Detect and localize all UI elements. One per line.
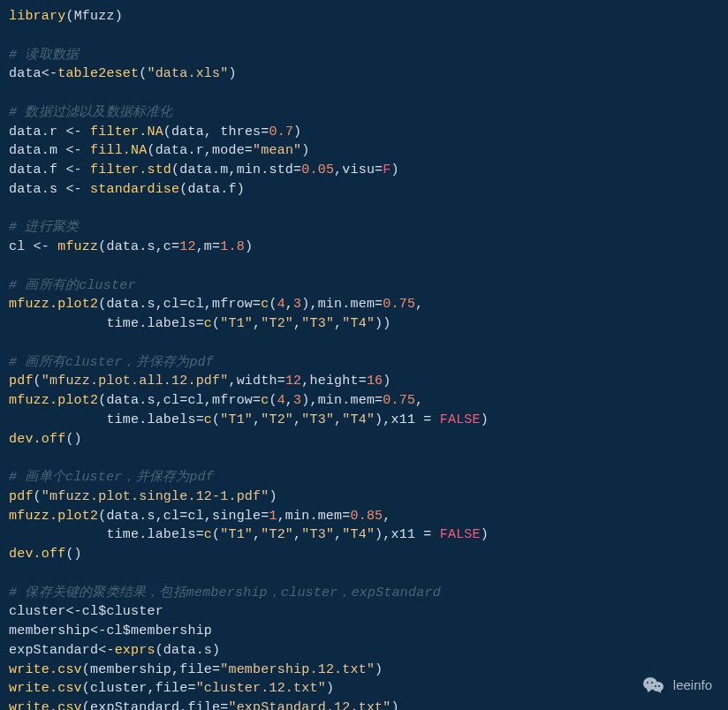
token-num: 4 — [277, 297, 285, 312]
code-line: data.r <- filter.NA(data, thres=0.7) — [9, 123, 719, 142]
code-line: # 画所有cluster，并保存为pdf — [9, 353, 719, 373]
token-def: ,min.mem= — [309, 297, 383, 312]
token-def: ,height= — [301, 374, 367, 389]
token-cmt: # 数据过滤以及数据标准化 — [9, 105, 173, 120]
code-line: pdf("mfuzz.plot.all.12.pdf",width=12,hei… — [9, 372, 719, 391]
token-arrow: <- — [65, 125, 81, 140]
token-paren: () — [65, 432, 81, 447]
token-def: , — [253, 316, 261, 331]
token-fn: c — [204, 316, 212, 331]
token-str: "T3" — [301, 316, 334, 331]
token-def: ,x11 = — [383, 412, 439, 427]
token-def: , — [334, 316, 342, 331]
code-line: dev.off() — [9, 545, 719, 564]
token-paren: ( — [82, 662, 90, 677]
token-cmt: # 画所有cluster，并保存为pdf — [9, 355, 214, 370]
token-str: "T3" — [301, 527, 334, 542]
token-def: data, thres= — [171, 125, 269, 140]
code-line: data<-table2eset("data.xls") — [9, 64, 719, 84]
code-line: time.labels=c("T1","T2","T3","T4"),x11 =… — [9, 411, 719, 430]
token-fn: dev.off — [9, 432, 65, 447]
code-line: write.csv(expStandard,file="expStandard.… — [9, 699, 719, 710]
token-def — [82, 162, 90, 178]
token-num: 16 — [367, 374, 383, 389]
token-def: data.s,cl=cl,single= — [106, 509, 269, 524]
token-num: 0.7 — [269, 125, 293, 140]
token-paren: ( — [155, 643, 163, 658]
token-arrow: <- — [98, 643, 114, 658]
token-str: "T4" — [342, 412, 375, 427]
code-line: time.labels=c("T1","T2","T3","T4")) — [9, 314, 719, 334]
code-line: expStandard<-exprs(data.s) — [9, 641, 719, 661]
token-str: "T4" — [342, 316, 375, 331]
token-def: time.labels= — [9, 527, 204, 542]
code-line: time.labels=c("T1","T2","T3","T4"),x11 =… — [9, 525, 719, 545]
token-def: , — [285, 393, 293, 408]
code-line: library(Mfuzz) — [9, 7, 719, 26]
token-arrow: <- — [65, 182, 81, 197]
token-paren: ( — [212, 316, 220, 331]
token-def: , — [253, 412, 261, 427]
token-num: 0.05 — [301, 162, 334, 178]
token-def: data.s,cl=cl,mfrow= — [106, 297, 261, 312]
token-paren: ( — [163, 125, 171, 140]
token-fn: c — [204, 527, 212, 542]
token-cmt: # 画单个cluster，并保存为pdf — [9, 470, 214, 485]
wechat-icon — [643, 675, 668, 696]
token-str: "T2" — [261, 316, 293, 331]
token-str: "cluster.12.txt" — [196, 681, 326, 696]
token-def: cl$cluster — [82, 604, 163, 619]
token-paren: ( — [147, 143, 155, 158]
token-paren: ) — [269, 489, 277, 504]
token-arrow: <- — [65, 162, 81, 178]
token-def: ,x11 = — [383, 527, 439, 542]
token-arrow: <- — [65, 604, 81, 619]
token-paren: ) — [481, 412, 489, 427]
code-line — [9, 449, 719, 468]
token-arrow: <- — [42, 66, 57, 81]
token-fn: write.csv — [9, 662, 82, 677]
token-paren: ) — [301, 143, 309, 158]
token-paren: ) — [293, 125, 301, 140]
token-str: "mfuzz.plot.single.12-1.pdf" — [42, 489, 269, 504]
token-paren: ) — [481, 527, 489, 542]
token-num: 4 — [277, 393, 285, 408]
token-paren: ( — [269, 297, 277, 312]
code-line — [9, 26, 719, 46]
code-line: # 读取数据 — [9, 46, 719, 65]
token-paren: ) — [375, 662, 383, 677]
token-paren: ) — [326, 681, 334, 696]
token-num: 12 — [179, 239, 195, 254]
token-def: , — [334, 527, 342, 542]
token-def: Mfuzz — [74, 9, 115, 24]
token-paren: ( — [82, 681, 90, 696]
code-line: write.csv(membership,file="membership.12… — [9, 661, 719, 680]
token-num: 0.75 — [383, 393, 415, 408]
token-def: ,visu= — [334, 162, 383, 178]
code-block: library(Mfuzz) # 读取数据data<-table2eset("d… — [9, 7, 719, 710]
token-num: 1 — [269, 509, 277, 524]
token-def: , — [285, 297, 293, 312]
token-def: cl$membership — [106, 623, 212, 638]
token-def: , — [293, 412, 301, 427]
token-num: 0.75 — [383, 297, 415, 312]
code-line: # 数据过滤以及数据标准化 — [9, 103, 719, 123]
token-def: membership,file= — [90, 662, 220, 677]
token-fn: table2eset — [57, 66, 139, 81]
token-str: "mfuzz.plot.all.12.pdf" — [42, 374, 229, 389]
token-def: , — [415, 393, 423, 408]
code-line — [9, 200, 719, 219]
token-paren: ) — [115, 9, 123, 24]
token-str: "T4" — [342, 527, 375, 542]
token-def: , — [293, 527, 301, 542]
token-fn: pdf — [9, 489, 34, 504]
code-line: cl <- mfuzz(data.s,c=12,m=1.8) — [9, 238, 719, 257]
code-line: data.m <- fill.NA(data.r,mode="mean") — [9, 141, 719, 161]
token-paren: ) — [375, 412, 383, 427]
token-fn: standardise — [90, 182, 179, 197]
token-str: "T2" — [261, 527, 293, 542]
token-fn: pdf — [9, 374, 34, 389]
token-def: expStandard,file= — [90, 700, 228, 710]
token-str: "T2" — [261, 412, 293, 427]
token-paren: ( — [34, 374, 42, 389]
